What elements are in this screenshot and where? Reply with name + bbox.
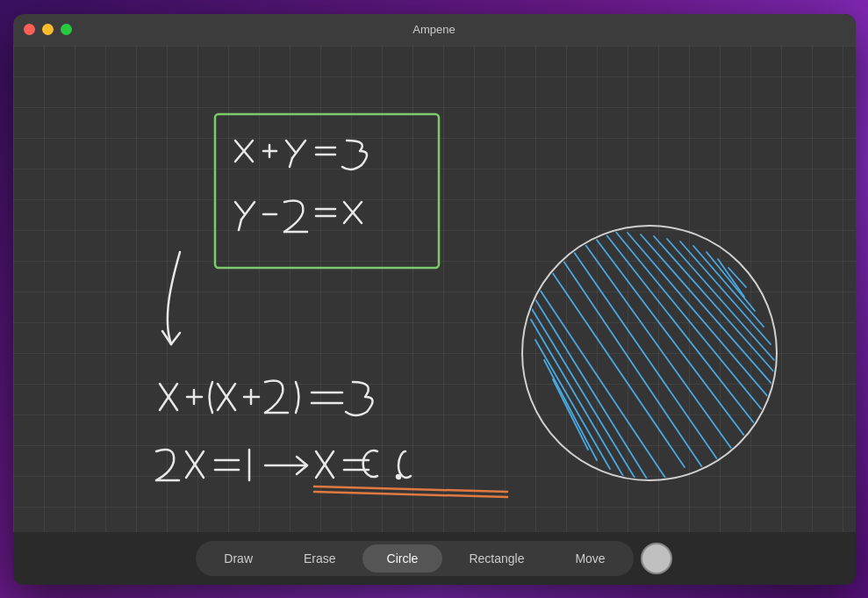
svg-line-54: [588, 228, 755, 450]
svg-line-50: [535, 248, 685, 467]
svg-line-71: [544, 360, 597, 460]
svg-line-53: [575, 230, 737, 457]
maximize-button[interactable]: [61, 24, 72, 35]
minimize-button[interactable]: [42, 24, 54, 35]
svg-line-20: [171, 333, 180, 344]
svg-line-58: [641, 234, 779, 393]
draw-tool-button[interactable]: Draw: [199, 544, 277, 573]
circle-tool-button[interactable]: Circle: [362, 544, 443, 573]
tool-group: Draw Erase Circle Rectangle Move: [196, 541, 633, 576]
app-window: Ampene: [13, 14, 856, 585]
rectangle-tool-button[interactable]: Rectangle: [444, 544, 549, 573]
drawing-canvas[interactable]: [13, 46, 856, 532]
svg-line-66: [522, 263, 667, 480]
svg-point-48: [522, 226, 777, 480]
svg-line-61: [680, 241, 771, 344]
erase-tool-button[interactable]: Erase: [279, 544, 361, 573]
svg-line-72: [553, 379, 588, 450]
svg-line-47: [314, 492, 507, 497]
close-button[interactable]: [24, 24, 35, 35]
svg-rect-0: [215, 114, 439, 268]
move-tool-button[interactable]: Move: [550, 544, 629, 573]
svg-line-12: [239, 220, 241, 230]
window-title: Ampene: [412, 23, 455, 36]
svg-line-7: [290, 158, 292, 167]
svg-line-63: [707, 252, 755, 311]
svg-line-46: [314, 486, 507, 492]
color-swatch[interactable]: [641, 543, 672, 574]
svg-line-51: [549, 239, 702, 467]
svg-line-40: [297, 465, 307, 474]
svg-line-68: [527, 300, 636, 480]
toolbar: Draw Erase Circle Rectangle Move: [13, 532, 856, 585]
titlebar: Ampene: [13, 14, 856, 46]
svg-line-39: [297, 457, 307, 465]
svg-line-5: [286, 140, 296, 153]
svg-point-45: [397, 475, 400, 479]
svg-line-10: [235, 202, 245, 214]
svg-line-69: [531, 320, 623, 476]
svg-line-59: [654, 236, 777, 375]
canvas-area[interactable]: [13, 46, 856, 532]
svg-line-62: [693, 246, 764, 327]
svg-line-55: [601, 228, 768, 441]
svg-point-49: [524, 227, 775, 479]
traffic-lights: [24, 24, 72, 35]
svg-line-57: [628, 233, 779, 410]
svg-line-67: [524, 281, 649, 483]
